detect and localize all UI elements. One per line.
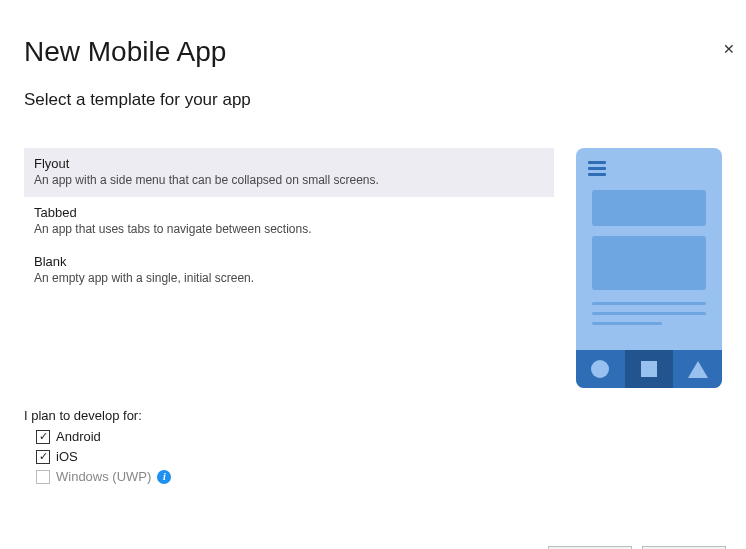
preview-navbar — [576, 350, 722, 388]
platform-label: Windows (UWP) — [56, 469, 151, 484]
dialog-title: New Mobile App — [24, 36, 746, 68]
template-name: Tabbed — [34, 205, 544, 220]
preview-line — [592, 312, 706, 315]
preview-line — [592, 302, 706, 305]
dialog-subtitle: Select a template for your app — [24, 90, 746, 110]
template-description: An empty app with a single, initial scre… — [34, 271, 544, 285]
preview-card — [592, 236, 706, 290]
template-name: Blank — [34, 254, 544, 269]
preview-line — [592, 322, 662, 325]
platform-label: Android — [56, 429, 101, 444]
develop-for-label: I plan to develop for: — [24, 408, 746, 423]
platform-label: iOS — [56, 449, 78, 464]
close-button[interactable]: ✕ — [720, 40, 738, 58]
new-mobile-app-dialog: ✕ New Mobile App Select a template for y… — [0, 36, 746, 549]
template-item-blank[interactable]: Blank An empty app with a single, initia… — [24, 246, 554, 295]
checkbox-android[interactable]: ✓ — [36, 430, 50, 444]
template-item-tabbed[interactable]: Tabbed An app that uses tabs to navigate… — [24, 197, 554, 246]
square-icon — [625, 350, 674, 388]
preview-card — [592, 190, 706, 226]
checkbox-ios[interactable]: ✓ — [36, 450, 50, 464]
triangle-icon — [673, 350, 722, 388]
template-name: Flyout — [34, 156, 544, 171]
circle-icon — [576, 350, 625, 388]
hamburger-icon — [588, 158, 606, 179]
platform-row-ios: ✓ iOS — [36, 449, 746, 464]
template-description: An app with a side menu that can be coll… — [34, 173, 544, 187]
platform-row-windows: Windows (UWP) i — [36, 469, 746, 484]
template-description: An app that uses tabs to navigate betwee… — [34, 222, 544, 236]
template-item-flyout[interactable]: Flyout An app with a side menu that can … — [24, 148, 554, 197]
template-list: Flyout An app with a side menu that can … — [24, 148, 554, 396]
template-preview — [576, 148, 722, 388]
info-icon[interactable]: i — [157, 470, 171, 484]
platform-row-android: ✓ Android — [36, 429, 746, 444]
checkbox-windows — [36, 470, 50, 484]
